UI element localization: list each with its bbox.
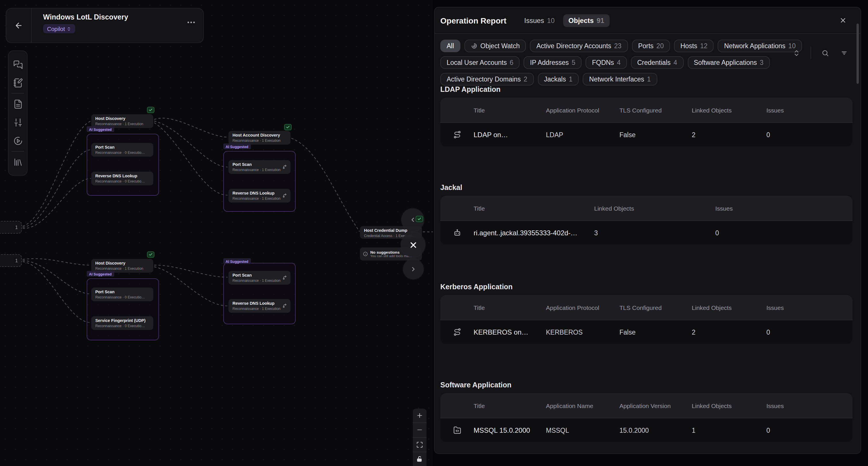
offscreen-node[interactable]: 1: [0, 221, 22, 234]
column-header: TLS Configured: [619, 106, 692, 113]
section-heading: LDAP Application: [440, 86, 852, 94]
table-row[interactable]: KERBEROS on… KERBEROS False 2 0: [440, 320, 852, 344]
section-heading: Software Application: [440, 381, 852, 390]
copilot-selector[interactable]: Copilot: [43, 24, 75, 33]
zoom-in-button[interactable]: [413, 409, 427, 423]
offscreen-node[interactable]: 1: [0, 254, 22, 267]
network-route-icon: [440, 328, 474, 336]
node-title: Host Discovery: [95, 260, 149, 266]
table-header-row: Title Application Name Application Versi…: [440, 393, 852, 418]
table-row[interactable]: LDAP on… LDAP False 2 0: [440, 122, 852, 146]
tab-objects[interactable]: Objects91: [563, 14, 609, 27]
more-options-button[interactable]: [187, 21, 195, 24]
chip-object-watch[interactable]: Object Watch: [464, 40, 526, 52]
graph-node-port-scan[interactable]: Port Scan Reconnaissance · 1 Execution: [228, 160, 290, 174]
chip-active-directory-accounts[interactable]: Active Directory Accounts23: [530, 40, 628, 52]
node-subtitle: Reconnaissance · 1 Execution: [232, 167, 286, 172]
chip-software-applications[interactable]: Software Applications3: [687, 56, 770, 69]
fit-view-button[interactable]: [413, 438, 427, 452]
chip-local-user-accounts[interactable]: Local User Accounts6: [440, 56, 520, 69]
ai-suggested-label: AI Suggested: [87, 126, 114, 132]
minus-icon: [416, 427, 423, 434]
expand-collapse-button[interactable]: [789, 49, 804, 57]
chip-network-interfaces[interactable]: Network Interfaces1: [583, 73, 657, 86]
graph-node-host-discovery[interactable]: Host Discovery Reconnaissance · 1 Execut…: [91, 114, 153, 128]
chip-ip-addresses[interactable]: IP Addresses5: [524, 56, 582, 69]
toolbar-divider: [11, 93, 24, 94]
search-icon: [822, 49, 829, 57]
ellipsis-icon: [187, 21, 195, 24]
tab-count: 10: [547, 17, 555, 24]
ai-suggested-label: AI Suggested: [87, 271, 114, 277]
chip-count: 6: [510, 59, 514, 66]
filter-button[interactable]: [837, 49, 851, 57]
graph-node-reverse-dns[interactable]: Reverse DNS Lookup Reconnaissance · 1 Ex…: [228, 299, 290, 313]
row-title: KERBEROS on…: [474, 328, 546, 336]
lock-toggle-button[interactable]: [413, 452, 427, 466]
node-title: Reverse DNS Lookup: [232, 301, 286, 306]
settings-sliders-button[interactable]: [8, 113, 28, 131]
dismiss-suggestions-button[interactable]: [401, 232, 425, 257]
chip-label: FQDNs: [592, 59, 614, 66]
circle-play-icon: [13, 136, 23, 146]
graph-node-service-fingerprint[interactable]: Service Fingerprint (UDP) Reconnaissance…: [91, 316, 153, 330]
chip-credentials[interactable]: Credentials4: [631, 56, 683, 69]
cell-tls-configured: False: [619, 131, 692, 138]
chip-label: IP Addresses: [530, 59, 569, 66]
chip-active-directory-domains[interactable]: Active Directory Domains2: [440, 73, 534, 86]
close-panel-button[interactable]: [839, 17, 847, 24]
conversations-button[interactable]: [8, 55, 28, 73]
close-icon: [408, 240, 417, 249]
graph-node-reverse-dns[interactable]: Reverse DNS Lookup Reconnaissance · 1 Ex…: [228, 189, 290, 203]
zoom-out-button[interactable]: [413, 423, 427, 438]
search-button[interactable]: [818, 49, 832, 57]
graph-node-host-account-discovery[interactable]: Host Account Discovery Reconnaissance · …: [228, 131, 290, 145]
node-title: Port Scan: [232, 162, 286, 167]
panel-scrollbar[interactable]: [857, 24, 859, 84]
object-table: Title Linked Objects Issues ri.agent..ja…: [440, 196, 852, 245]
chip-fqdns[interactable]: FQDNs4: [586, 56, 627, 69]
table-row[interactable]: MSSQL 15.0.2000 MSSQL 15.0.2000 1 0: [440, 418, 852, 442]
chip-label: Network Applications: [724, 42, 786, 49]
ai-suggested-label: AI Suggested: [223, 258, 251, 264]
graph-node-host-discovery[interactable]: Host Discovery Reconnaissance · 1 Execut…: [91, 259, 153, 273]
chip-label: Active Directory Accounts: [536, 42, 611, 49]
chip-all[interactable]: All: [440, 40, 460, 52]
column-header: Application Protocol: [546, 304, 619, 311]
chip-hosts[interactable]: Hosts12: [674, 40, 714, 52]
tools-divider: [811, 46, 811, 59]
tab-label: Objects: [568, 17, 594, 24]
node-title: Port Scan: [95, 145, 149, 150]
section-heading: Kerberos Application: [440, 283, 852, 291]
cell-linked-objects: 2: [692, 329, 766, 336]
back-button[interactable]: [6, 9, 32, 42]
graph-node-reverse-dns[interactable]: Reverse DNS Lookup Reconnaissance · 0 Ex…: [91, 172, 153, 185]
chip-count: 1: [569, 76, 572, 83]
unlock-icon: [416, 456, 423, 463]
column-header: Application Name: [546, 402, 619, 409]
section-kerberos-application: Kerberos Application Title Application P…: [440, 283, 852, 344]
cell-application-protocol: LDAP: [546, 131, 619, 138]
graph-node-port-scan[interactable]: Port Scan Reconnaissance · 1 Execution: [228, 271, 290, 285]
canvas-controls: [413, 409, 427, 466]
close-icon: [839, 17, 847, 24]
chip-count: 1: [647, 76, 651, 83]
graph-node-port-scan[interactable]: Port Scan Reconnaissance · 0 Executio…: [91, 287, 153, 301]
node-subtitle: Reconnaissance · 0 Executio…: [95, 295, 149, 299]
table-row[interactable]: ri.agent..jackal.39355333-402d-… 3 0: [440, 220, 852, 245]
chip-count: 20: [656, 42, 664, 49]
graph-node-port-scan[interactable]: Port Scan Reconnaissance · 0 Executio…: [91, 143, 153, 157]
library-button[interactable]: [8, 153, 28, 171]
notebook-edit-button[interactable]: [8, 73, 28, 92]
chevrons-up-down-icon: [67, 26, 71, 31]
chip-ports[interactable]: Ports20: [632, 40, 670, 52]
expand-right-button[interactable]: [403, 259, 424, 279]
report-document-button[interactable]: [8, 95, 28, 113]
chip-jackals[interactable]: Jackals1: [538, 73, 579, 86]
cell-application-version: 15.0.2000: [619, 427, 692, 434]
node-title: Port Scan: [95, 289, 149, 295]
tab-issues[interactable]: Issues10: [519, 14, 560, 27]
run-target-button[interactable]: [8, 131, 28, 150]
chip-count: 12: [700, 42, 708, 49]
column-header: Title: [474, 304, 546, 311]
